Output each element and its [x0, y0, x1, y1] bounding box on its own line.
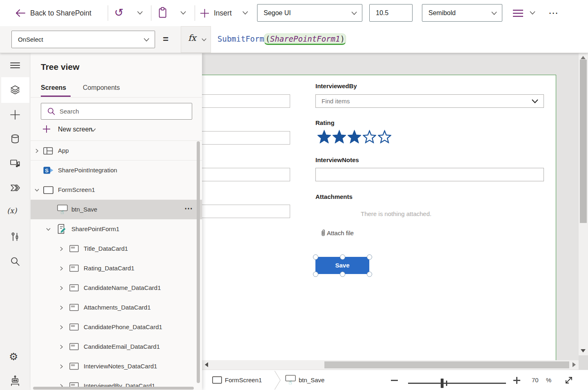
- insert-plus-icon[interactable]: [200, 9, 209, 18]
- tree-item-btn-save[interactable]: ☝ btn_Save ⋯: [31, 200, 202, 219]
- chevron-down-icon[interactable]: [35, 188, 39, 192]
- star-icon[interactable]: [378, 130, 391, 143]
- zoom-in-button-bar[interactable]: [516, 377, 517, 384]
- candidate-email-input[interactable]: [202, 205, 290, 218]
- star-icon[interactable]: [363, 130, 376, 143]
- text-align-chevron-icon[interactable]: [530, 11, 535, 15]
- menu-hamburger-icon[interactable]: [9, 60, 21, 71]
- selection-handle[interactable]: [313, 272, 318, 277]
- selection-handle[interactable]: [313, 254, 318, 260]
- new-screen-button[interactable]: New screen: [58, 126, 92, 133]
- scroll-right-arrow-icon[interactable]: [572, 362, 576, 367]
- paste-menu-chevron-icon[interactable]: [180, 11, 186, 15]
- scroll-left-arrow-icon[interactable]: [205, 362, 208, 367]
- tree-view-icon[interactable]: [9, 84, 21, 96]
- media-icon[interactable]: [9, 158, 21, 169]
- tree-item-candidatephone-datacard1[interactable]: CandidatePhone_DataCard1: [31, 317, 202, 337]
- advanced-tools-icon[interactable]: [9, 231, 21, 243]
- tree-item-title-datacard1[interactable]: Title_DataCard1: [31, 239, 202, 259]
- tree-item-candidateemail-datacard1[interactable]: CandidateEmail_DataCard1: [31, 337, 202, 357]
- selection-handle[interactable]: [340, 272, 345, 277]
- candidate-phone-input[interactable]: [202, 168, 290, 181]
- close-icon[interactable]: [182, 63, 190, 71]
- star-icon[interactable]: [348, 130, 361, 143]
- back-to-sharepoint-link[interactable]: Back to SharePoint: [30, 8, 91, 18]
- chevron-right-icon[interactable]: [59, 325, 64, 330]
- virtual-agent-icon[interactable]: [9, 375, 21, 387]
- fx-button[interactable]: fx: [181, 26, 211, 53]
- formula-input[interactable]: SubmitForm(SharePointForm1): [211, 26, 588, 53]
- chevron-right-icon[interactable]: [59, 345, 64, 349]
- undo-icon[interactable]: ↺: [114, 7, 124, 19]
- font-weight-select[interactable]: Semibold: [422, 4, 502, 22]
- chevron-right-icon[interactable]: [59, 305, 64, 310]
- combobox-chevron-icon[interactable]: [532, 99, 538, 103]
- fullscreen-icon[interactable]: [564, 375, 574, 386]
- selection-handle[interactable]: [367, 254, 372, 260]
- tab-screens[interactable]: Screens: [41, 84, 66, 91]
- zoom-slider-thumb[interactable]: [441, 379, 444, 388]
- settings-gear-icon[interactable]: ⚙: [9, 351, 18, 362]
- tree-item-sharepointform1[interactable]: SharePointForm1: [31, 219, 202, 239]
- star-icon[interactable]: [317, 130, 331, 143]
- tree-search-box[interactable]: [41, 103, 192, 120]
- power-automate-icon[interactable]: [9, 182, 21, 194]
- tree-item-interviewnotes-datacard1[interactable]: InterviewNotes_DataCard1: [31, 357, 202, 376]
- tab-components[interactable]: Components: [83, 84, 120, 91]
- title-input[interactable]: [202, 94, 290, 108]
- search-input[interactable]: [60, 105, 182, 118]
- canvas-horizontal-scrollbar[interactable]: [202, 360, 579, 370]
- zoom-percentage[interactable]: 70: [532, 377, 539, 383]
- chevron-right-icon[interactable]: [59, 266, 64, 271]
- tree-vertical-scrollbar[interactable]: [197, 141, 200, 383]
- tree-item-formscreen1[interactable]: FormScreen1: [31, 180, 202, 200]
- text-align-icon[interactable]: [513, 9, 524, 17]
- tree-item-candidatename-datacard1[interactable]: CandidateName_DataCard1: [31, 278, 202, 298]
- new-screen-plus-icon[interactable]: [42, 125, 51, 133]
- selection-handle[interactable]: [340, 254, 345, 260]
- undo-menu-chevron-icon[interactable]: [137, 11, 143, 15]
- paste-icon[interactable]: [158, 7, 168, 19]
- candidate-name-input[interactable]: [202, 131, 290, 145]
- tree-view-panel: Tree view Screens Components New screen: [31, 53, 202, 390]
- selection-handle[interactable]: [367, 272, 372, 277]
- tree-item-app[interactable]: App: [31, 141, 202, 160]
- font-weight-value: Semibold: [428, 4, 456, 21]
- scroll-down-arrow-icon[interactable]: [581, 349, 586, 352]
- attach-file-button[interactable]: Attach file: [327, 230, 354, 236]
- breadcrumb-control[interactable]: btn_Save: [299, 377, 324, 383]
- zoom-out-button[interactable]: [391, 380, 398, 381]
- data-icon[interactable]: [9, 133, 21, 145]
- property-select[interactable]: OnSelect: [11, 31, 155, 48]
- search-rail-icon[interactable]: [9, 256, 21, 267]
- tree-horizontal-scrollbar[interactable]: [33, 387, 194, 390]
- star-icon[interactable]: [333, 130, 346, 143]
- row-more-icon[interactable]: ⋯: [184, 203, 193, 213]
- scroll-up-arrow-icon[interactable]: [581, 56, 586, 59]
- chevron-down-icon[interactable]: [46, 227, 51, 232]
- variables-icon[interactable]: (x): [7, 206, 17, 215]
- font-family-select[interactable]: Segoe UI: [257, 4, 362, 22]
- find-items-input[interactable]: [322, 95, 517, 107]
- back-arrow-icon[interactable]: [15, 9, 26, 18]
- insert-button[interactable]: Insert: [214, 8, 232, 18]
- chevron-right-icon[interactable]: [35, 149, 39, 153]
- tree-item-sharepointintegration[interactable]: S SharePointIntegration: [31, 160, 202, 180]
- tree-item-rating-datacard1[interactable]: Rating_DataCard1: [31, 259, 202, 278]
- interviewedby-combobox[interactable]: [315, 94, 544, 108]
- horizontal-scroll-thumb[interactable]: [324, 361, 569, 368]
- new-screen-chevron-icon[interactable]: [90, 128, 96, 132]
- chevron-right-icon[interactable]: [59, 247, 64, 251]
- insert-chevron-icon[interactable]: [242, 11, 248, 15]
- canvas-vertical-scrollbar[interactable]: [579, 53, 588, 355]
- tree-item-attachments-datacard1[interactable]: Attachments_DataCard1: [31, 298, 202, 317]
- font-size-field[interactable]: 10.5: [369, 4, 413, 22]
- insert-rail-icon[interactable]: [9, 109, 21, 120]
- breadcrumb-screen[interactable]: FormScreen1: [225, 377, 262, 383]
- interviewnotes-input[interactable]: [315, 168, 544, 181]
- more-commands-icon[interactable]: ⋯: [548, 7, 559, 19]
- chevron-right-icon[interactable]: [59, 364, 64, 369]
- chevron-right-icon[interactable]: [59, 286, 64, 290]
- zoom-slider-track[interactable]: [408, 383, 506, 384]
- vertical-scroll-thumb[interactable]: [580, 60, 587, 223]
